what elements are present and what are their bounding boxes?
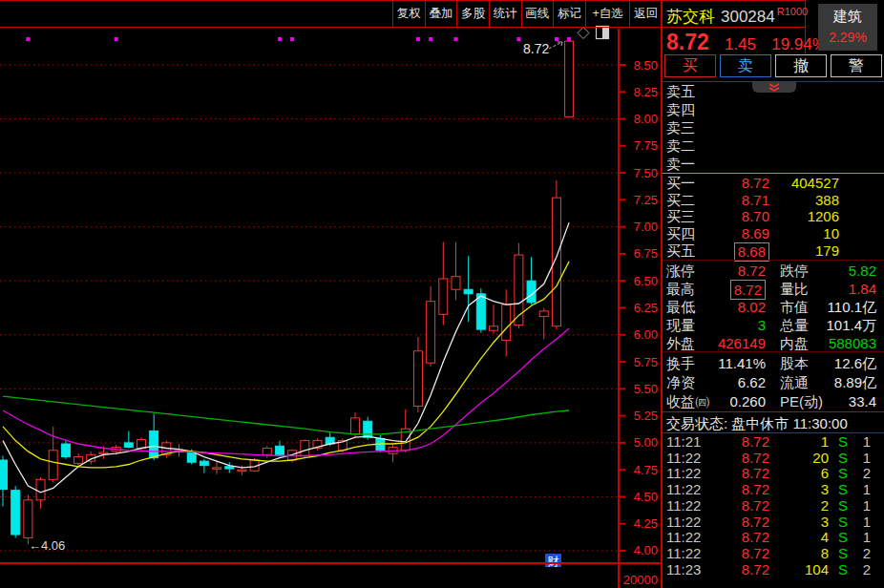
collapse-order-book-button[interactable] — [752, 82, 796, 93]
tick-volume: 6 — [821, 466, 829, 482]
toolbar-button-huaxian[interactable]: 画线 — [522, 1, 555, 27]
stat-label: 换手 — [666, 354, 695, 373]
event-marker-dot — [555, 37, 558, 41]
buy-button[interactable]: 买 — [664, 54, 716, 77]
candle-down — [11, 491, 20, 535]
sell-button[interactable]: 卖 — [720, 54, 771, 77]
tick-volume: 20 — [812, 451, 829, 467]
axis-tick-label: 6.50 — [634, 274, 658, 288]
tick-row: 11:218.721S1 — [663, 434, 884, 451]
sell-queue-row[interactable]: 卖三 — [663, 118, 884, 136]
sell-queue-row[interactable]: 卖二 — [663, 136, 884, 155]
stat-label: 最低 — [666, 298, 695, 316]
stock-title: 苏交科300284R1000 — [666, 6, 808, 28]
axis-tick-label: 4.75 — [634, 463, 658, 477]
candle-down — [476, 294, 485, 329]
event-marker-dot — [290, 37, 294, 41]
stat-value: 101.4万 — [826, 316, 876, 334]
stat-value: 588083 — [829, 334, 876, 352]
queue-level-label: 买二 — [666, 192, 695, 209]
tick-direction: S — [838, 434, 848, 451]
candle-up — [49, 451, 57, 480]
event-marker-dot — [115, 37, 118, 41]
candle-up — [301, 441, 309, 456]
bid-volume: 404527 — [791, 175, 839, 192]
candle-down — [464, 289, 473, 294]
candle-up — [238, 470, 246, 472]
stat-row: 涨停8.72跌停5.82 — [663, 262, 884, 280]
tick-volume: 8 — [821, 546, 829, 562]
toolbar-button-return[interactable]: 返回 — [630, 1, 663, 27]
tick-time: 11:22 — [666, 514, 701, 531]
sector-change-percent: 2.29% — [818, 30, 877, 45]
axis-tick-label: 4.25 — [634, 516, 658, 531]
daily-kline-chart[interactable]: 8.508.258.007.757.507.257.006.756.506.25… — [0, 0, 663, 588]
diamond-marker-icon[interactable] — [578, 28, 589, 39]
volume-axis-label: 20000 — [623, 573, 658, 587]
queue-level-label: 买四 — [666, 225, 695, 242]
candle-up — [427, 302, 435, 363]
toolbar-button-add-watchlist[interactable]: +自选 — [586, 1, 631, 27]
buy-queue-row[interactable]: 买二8.71388 — [663, 192, 884, 209]
axis-tick-label: 5.00 — [634, 435, 658, 450]
toolbar-button-duogu[interactable]: 多股 — [457, 1, 490, 27]
stat-value: 6.62 — [738, 373, 766, 392]
event-marker-dot — [453, 37, 457, 41]
tick-price: 8.72 — [742, 451, 769, 467]
tick-direction: S — [838, 530, 848, 546]
stat-value: 12.6亿 — [834, 354, 876, 373]
tick-price: 8.72 — [742, 466, 769, 482]
axis-tick-label: 6.00 — [634, 327, 658, 342]
sell-queue-row[interactable]: 卖四 — [663, 100, 884, 118]
event-marker-dot — [429, 37, 432, 41]
buy-queue-row[interactable]: 买三8.701206 — [663, 208, 884, 225]
axis-tick-label: 5.50 — [634, 382, 658, 396]
fundamental-row: 收益㈣0.260PE(动)33.4 — [663, 392, 884, 411]
tick-direction: S — [838, 562, 848, 578]
toolbar-button-fuquan[interactable]: 复权 — [393, 1, 426, 27]
axis-tick-label: 5.25 — [634, 409, 658, 423]
last-price: 8.72 — [666, 30, 709, 54]
event-marker-dot — [416, 37, 420, 41]
status-divider-top — [663, 411, 884, 412]
queue-level-label: 买三 — [666, 208, 695, 225]
tick-volume: 2 — [821, 498, 829, 514]
toolbar-button-diejia[interactable]: 叠加 — [426, 1, 458, 27]
event-marker-dot — [26, 37, 30, 41]
event-marker-dot — [278, 37, 282, 41]
alert-button[interactable]: 警 — [831, 54, 882, 77]
buy-queue-row[interactable]: 买四8.6910 — [663, 225, 884, 242]
buy-queue-row[interactable]: 买五8.68179 — [663, 242, 884, 260]
bid-price: 8.69 — [742, 225, 769, 242]
tick-direction: S — [838, 514, 848, 531]
event-marker-dot — [516, 37, 520, 41]
tick-row: 11:228.723S1 — [663, 482, 884, 498]
axis-tick-label: 7.50 — [634, 166, 658, 180]
ma-line-ma20 — [3, 328, 569, 456]
tick-row: 11:238.72104S2 — [663, 562, 884, 578]
stat-label: 总量 — [780, 316, 809, 334]
axis-tick-label: 6.75 — [634, 246, 658, 261]
tick-count: 1 — [863, 530, 871, 546]
candle-up — [413, 351, 422, 407]
ma-line-ma60 — [3, 396, 569, 434]
sector-quote-box[interactable]: 建筑 2.29% — [818, 4, 877, 51]
candle-up — [552, 198, 560, 326]
bid-volume: 1206 — [808, 208, 839, 225]
tick-row: 11:228.723S1 — [663, 514, 884, 531]
cancel-order-button[interactable]: 撤 — [775, 54, 827, 77]
toolbar-button-tongji[interactable]: 统计 — [490, 1, 522, 27]
toolbar-button-biaoji[interactable]: 标记 — [554, 1, 586, 27]
stat-label: 净资 — [666, 373, 695, 392]
tick-direction: S — [838, 466, 848, 482]
tick-volume: 4 — [821, 530, 829, 546]
candle-down — [0, 460, 8, 490]
tick-time: 11:22 — [666, 498, 701, 514]
buy-queue-row[interactable]: 买一8.72404527 — [663, 175, 884, 192]
section-divider — [663, 351, 884, 352]
sell-queue-row[interactable]: 卖一 — [663, 155, 884, 173]
tick-count: 2 — [863, 546, 871, 562]
axis-tick-label: 5.75 — [634, 355, 658, 369]
trading-status: 交易状态: 盘中休市 11:30:00 — [666, 415, 848, 433]
axis-tick-label: 4.50 — [634, 490, 658, 504]
